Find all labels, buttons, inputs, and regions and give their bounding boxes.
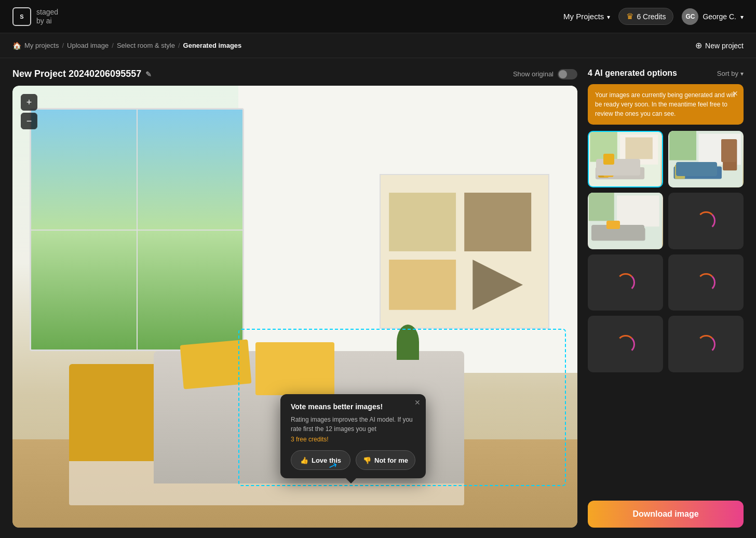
zoom-controls: + − [21,94,37,129]
thumbnail-3[interactable] [588,193,663,249]
thumb-loading-4 [668,193,744,249]
vote-popup: ✕ Vote means better images! Rating image… [280,394,426,478]
svg-rect-16 [723,139,737,170]
svg-rect-22 [593,225,604,239]
thumbs-down-icon: 👎 [363,456,371,464]
breadcrumb-room[interactable]: Select room & style [117,42,175,49]
home-icon: 🏠 [12,42,21,50]
new-project-button[interactable]: ⊕ New project [695,41,744,50]
room-art [380,174,549,329]
thumb-loading-7 [588,316,663,372]
loading-spinner-8 [697,335,716,354]
thumb1-svg [589,132,662,186]
room-pillow1 [180,339,251,389]
vote-popup-credits: 3 free credits! [291,436,415,443]
chevron-down-icon [740,70,744,77]
thumbnail-4[interactable] [668,193,744,249]
header-left: S staged by ai [12,7,58,26]
loading-spinner-7 [616,335,635,354]
vote-popup-close-button[interactable]: ✕ [414,398,421,407]
thumbnail-1[interactable] [588,131,663,187]
project-title-container: New Project 20240206095557 ✎ [12,69,152,79]
svg-rect-21 [591,227,645,240]
panel-header: 4 AI generated options Sort by [588,69,744,78]
show-original-label: Show original [513,70,554,78]
svg-rect-17 [675,165,685,179]
project-header: New Project 20240206095557 ✎ Show origin… [12,69,577,79]
notification-text: Your images are currently being generate… [595,91,735,117]
room-pillow2 [255,342,334,395]
chevron-down-icon [740,12,744,21]
breadcrumb: 🏠 My projects / Upload image / Select ro… [12,42,241,50]
chevron-down-icon [607,12,610,21]
vote-popup-title: Vote means better images! [291,402,415,411]
svg-marker-2 [389,260,456,310]
thumbnails-grid [588,131,744,372]
logo-icon: S [12,7,31,26]
svg-rect-7 [626,137,653,159]
loading-spinner-6 [697,273,716,292]
thumbnail-2[interactable] [668,131,744,187]
thumb-image-2 [668,131,744,187]
loading-spinner-5 [616,273,635,292]
artwork-svg [381,175,548,328]
svg-rect-11 [612,171,623,175]
thumb-loading-8 [668,316,744,372]
project-title: New Project 20240206095557 [12,69,141,79]
breadcrumb-upload[interactable]: Upload image [67,42,109,49]
svg-rect-23 [610,231,623,237]
thumbnail-5[interactable] [588,254,663,311]
show-original-toggle: Show original [513,69,577,79]
main-content: New Project 20240206095557 ✎ Show origin… [0,58,756,538]
thumbnail-8[interactable] [668,316,744,372]
header: S staged by ai My Projects ♛ 6 Credits G… [0,0,756,33]
zoom-in-button[interactable]: + [21,94,37,111]
left-panel: New Project 20240206095557 ✎ Show origin… [12,69,577,528]
thumb3-svg [588,193,663,249]
svg-rect-13 [669,131,696,160]
logo-text: staged by ai [36,8,58,25]
plus-icon: ⊕ [695,41,702,50]
svg-rect-24 [600,235,620,238]
svg-rect-14 [698,133,741,165]
notification-banner: ✕ Your images are currently being genera… [588,84,744,125]
toggle-switch[interactable] [558,69,577,79]
svg-marker-3 [473,260,523,310]
svg-marker-1 [464,193,531,251]
love-this-button[interactable]: 👍 Love this [291,450,350,470]
user-menu-button[interactable]: GC George C. [682,8,744,25]
thumbnail-6[interactable] [668,254,744,311]
breadcrumb-home[interactable]: My projects [24,42,59,49]
thumb2-svg [668,131,744,187]
not-for-me-button[interactable]: 👎 Not for me [356,450,415,470]
svg-rect-19 [589,193,614,221]
svg-rect-5 [590,132,617,162]
avatar: GC [682,8,698,25]
thumbnail-7[interactable] [588,316,663,372]
breadcrumb-sep3: / [178,42,180,49]
sort-by-button[interactable]: Sort by [717,70,744,77]
loading-spinner-4 [697,211,716,230]
svg-rect-0 [389,193,456,251]
download-image-button[interactable]: Download image [588,501,744,528]
header-right: My Projects ♛ 6 Credits GC George C. [563,8,744,25]
breadcrumb-sep2: / [112,42,114,49]
breadcrumb-current: Generated images [183,42,242,49]
zoom-out-button[interactable]: − [21,113,37,129]
vote-popup-description: Rating images improves the AI model. If … [291,415,415,434]
thumb-loading-5 [588,254,663,311]
room-plant [397,325,420,360]
crown-icon: ♛ [626,11,633,21]
breadcrumb-sep: / [62,42,64,49]
notification-close-button[interactable]: ✕ [732,88,738,99]
thumb-image-1 [589,132,662,186]
credits-button[interactable]: ♛ 6 Credits [618,8,673,25]
room-window [30,108,244,351]
edit-icon[interactable]: ✎ [145,70,152,78]
thumbs-up-icon: 👍 [300,456,308,464]
panel-title: 4 AI generated options [588,69,677,78]
vote-buttons: 👍 Love this 👎 Not for me [291,450,415,470]
right-panel: 4 AI generated options Sort by ✕ Your im… [588,69,744,528]
thumb-loading-6 [668,254,744,311]
my-projects-button[interactable]: My Projects [563,12,610,21]
